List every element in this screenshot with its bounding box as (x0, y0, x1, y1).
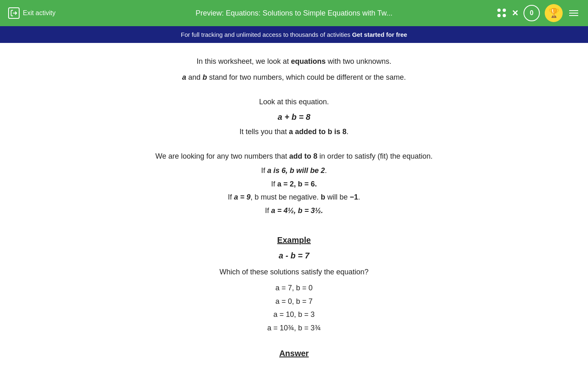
if2-start: If (271, 180, 277, 188)
example-question: Which of these solutions satisfy the equ… (118, 266, 470, 278)
banner-cta[interactable]: Get started for free (352, 31, 407, 38)
intro-equations-bold: equations (291, 57, 326, 65)
solution-4: a = 10¾, b = 3¾ (118, 322, 470, 334)
answer-section: Answer (118, 346, 470, 360)
if3-a-bold: a = 9 (234, 193, 251, 201)
answer-title: Answer (118, 346, 470, 360)
intro-line1-end: with two unknowns. (326, 57, 392, 65)
intro-b-bold: b (203, 73, 207, 81)
close-icon[interactable]: ✕ (512, 8, 519, 18)
equation1: a + b = 8 (118, 110, 470, 124)
example-title: Example (118, 233, 470, 247)
if2-bold: a = 2, b = 6. (277, 180, 317, 188)
intro-line2-end: stand for two numbers, which could be di… (207, 73, 406, 81)
if3-mid: , b must be negative. (250, 193, 321, 201)
solution-3: a = 10, b = 3 (118, 308, 470, 321)
example-section: Example a - b = 7 Which of these solutio… (118, 233, 470, 334)
if-line1: If a is 6, b will be 2. (118, 164, 470, 177)
if1-bold: a is 6, b will be 2 (267, 166, 325, 175)
tells-start: It tells you that (239, 128, 289, 136)
intro-a-bold: a (182, 73, 186, 81)
if3-val-bold: −1 (350, 193, 359, 201)
intro-and: and (186, 73, 203, 81)
tells-end: . (347, 128, 349, 136)
if-line4: If a = 4½, b = 3½. (118, 204, 470, 217)
if-line3: If a = 9, b must be negative. b will be … (118, 191, 470, 204)
header-right: ✕ 0 🏆 (497, 4, 580, 22)
if1-end: . (325, 166, 327, 175)
hamburger-menu[interactable] (568, 9, 580, 18)
main-content: In this worksheet, we look at equations … (110, 43, 478, 368)
score-value: 0 (530, 9, 534, 17)
exit-label: Exit activity (23, 9, 56, 17)
tells-bold: a added to b is 8 (289, 128, 347, 136)
trophy-icon: 🏆 (548, 8, 559, 18)
solutions-list: a = 7, b = 0 a = 0, b = 7 a = 10, b = 3 … (118, 282, 470, 334)
if3-mid2: will be (325, 193, 350, 201)
trophy-button[interactable]: 🏆 (545, 4, 563, 22)
if-line2: If a = 2, b = 6. (118, 178, 470, 191)
if1-start: If (261, 166, 267, 175)
tells-text: It tells you that a added to b is 8. (118, 126, 470, 138)
exit-button[interactable]: Exit activity (8, 7, 56, 19)
exit-icon (8, 7, 20, 19)
looking-para: We are looking for any two numbers that … (118, 150, 470, 163)
if4-bold: a = 4½, b = 3½. (271, 206, 323, 215)
look-text: Look at this equation. (118, 96, 470, 108)
intro-line1: In this worksheet, we look at equations … (118, 55, 470, 68)
looking-bold: add to 8 (289, 152, 317, 160)
solution-1: a = 7, b = 0 (118, 282, 470, 294)
if3-start: If (228, 193, 234, 201)
intro-line1-start: In this worksheet, we look at (196, 57, 291, 65)
if4-start: If (265, 206, 271, 215)
if3-end: . (358, 193, 360, 201)
looking-end: in order to satisfy (fit) the equation. (317, 152, 432, 160)
solution-2: a = 0, b = 7 (118, 295, 470, 308)
looking-start: We are looking for any two numbers that (156, 152, 290, 160)
hamburger-line1 (569, 10, 578, 11)
banner-text: For full tracking and unlimited access t… (181, 31, 352, 38)
dots-grid-icon (497, 9, 507, 18)
example-equation: a - b = 7 (118, 249, 470, 263)
score-circle: 0 (523, 5, 540, 21)
header: Exit activity Preview: Equations: Soluti… (0, 0, 588, 26)
hamburger-line3 (569, 15, 578, 16)
header-title: Preview: Equations: Solutions to Simple … (196, 9, 392, 18)
if3-b-bold: b (321, 193, 325, 201)
intro-line2: a and b stand for two numbers, which cou… (118, 71, 470, 84)
hamburger-line2 (569, 13, 578, 13)
promo-banner: For full tracking and unlimited access t… (0, 26, 588, 43)
